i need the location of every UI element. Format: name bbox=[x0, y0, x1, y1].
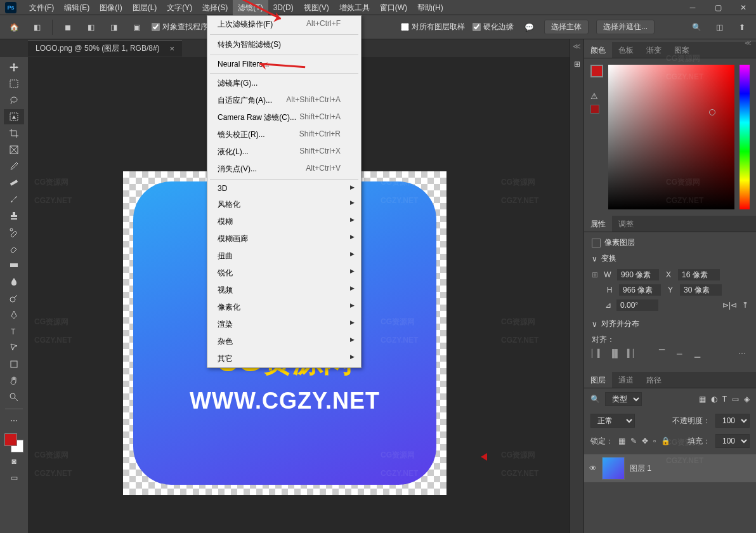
screen-mode-icon[interactable]: ▭ bbox=[4, 470, 24, 485]
hard-edge-check[interactable]: 硬化边缘 bbox=[472, 22, 514, 32]
filter-smart-icon[interactable]: ◈ bbox=[744, 395, 750, 404]
type-tool[interactable]: T bbox=[4, 324, 24, 339]
sample-all-check[interactable]: 对所有图层取样 bbox=[401, 22, 465, 32]
search-icon[interactable]: 🔍 bbox=[689, 20, 704, 35]
menu-item[interactable]: 杂色 bbox=[207, 333, 361, 350]
menu-11[interactable]: 帮助(H) bbox=[412, 0, 448, 15]
tool-preset-icon[interactable]: ◧ bbox=[29, 20, 44, 35]
close-tab-icon[interactable]: × bbox=[170, 44, 175, 53]
align-right-icon[interactable]: ▍▏ bbox=[627, 349, 637, 359]
close-button[interactable]: ✕ bbox=[731, 0, 756, 15]
layer-row[interactable]: 👁 图层 1 bbox=[584, 454, 756, 482]
tab-properties[interactable]: 属性 bbox=[584, 216, 612, 232]
color-field[interactable] bbox=[608, 65, 734, 209]
gradient-tool[interactable] bbox=[4, 258, 24, 273]
align-bottom-icon[interactable]: ▁ bbox=[694, 349, 705, 359]
y-input[interactable] bbox=[680, 284, 722, 296]
quick-mask-icon[interactable]: ◙ bbox=[4, 454, 24, 469]
opacity-input[interactable]: 100% bbox=[715, 414, 750, 428]
document-tab[interactable]: LOGO.png @ 50% (图层 1, RGB/8#) × bbox=[28, 40, 182, 56]
tab-patterns[interactable]: 图案 bbox=[668, 42, 696, 58]
zoom-tool[interactable] bbox=[4, 390, 24, 405]
menu-1[interactable]: 编辑(E) bbox=[59, 0, 94, 15]
path-tool[interactable] bbox=[4, 340, 24, 355]
visibility-icon[interactable]: 👁 bbox=[589, 464, 597, 473]
select-subject-button[interactable]: 选择主体 bbox=[544, 20, 589, 34]
menu-10[interactable]: 窗口(W) bbox=[375, 0, 412, 15]
menu-item[interactable]: 液化(L)...Shift+Ctrl+X bbox=[207, 143, 361, 161]
object-finder-check[interactable]: 对象查找程序 bbox=[152, 22, 208, 32]
menu-item[interactable]: 模糊 bbox=[207, 213, 361, 230]
lock-pixels-icon[interactable]: ▦ bbox=[618, 437, 625, 445]
align-left-icon[interactable]: ▏▍ bbox=[592, 349, 602, 359]
filter-pixel-icon[interactable]: ▦ bbox=[699, 395, 706, 404]
menu-9[interactable]: 增效工具 bbox=[334, 0, 375, 15]
height-input[interactable] bbox=[619, 284, 661, 296]
angle-input[interactable] bbox=[616, 299, 658, 311]
layer-thumbnail[interactable] bbox=[602, 457, 625, 480]
more-icon[interactable]: ⋯ bbox=[738, 349, 748, 359]
menu-5[interactable]: 选择(S) bbox=[197, 0, 233, 15]
menu-item[interactable]: 扭曲 bbox=[207, 247, 361, 265]
lock-pos-icon[interactable]: ✥ bbox=[642, 437, 648, 445]
dodge-tool[interactable] bbox=[4, 291, 24, 306]
fg-swatch[interactable] bbox=[590, 65, 603, 77]
menu-item[interactable]: 3D bbox=[207, 181, 361, 196]
lock-all-icon[interactable]: 🔒 bbox=[661, 437, 670, 445]
tab-layers[interactable]: 图层 bbox=[584, 372, 612, 388]
lock-paint-icon[interactable]: ✎ bbox=[630, 437, 637, 445]
warn-swatch[interactable] bbox=[590, 105, 599, 114]
color-swatches[interactable] bbox=[4, 433, 23, 452]
history-brush-tool[interactable] bbox=[4, 225, 24, 240]
tab-color[interactable]: 颜色 bbox=[584, 42, 612, 58]
filter-adjust-icon[interactable]: ◐ bbox=[711, 395, 717, 404]
kind-select[interactable]: 类型 bbox=[605, 392, 642, 406]
minimize-button[interactable]: ─ bbox=[680, 0, 705, 15]
eyedropper-tool[interactable] bbox=[4, 159, 24, 174]
menu-item[interactable]: 转换为智能滤镜(S) bbox=[207, 36, 361, 53]
menu-item[interactable]: 风格化 bbox=[207, 196, 361, 213]
menu-3[interactable]: 图层(L) bbox=[127, 0, 162, 15]
menu-item[interactable]: 模糊画廊 bbox=[207, 230, 361, 247]
tab-gradients[interactable]: 渐变 bbox=[640, 42, 668, 58]
x-input[interactable] bbox=[678, 269, 720, 280]
menu-item[interactable]: 视频 bbox=[207, 282, 361, 299]
menu-item[interactable]: 镜头校正(R)...Shift+Ctrl+R bbox=[207, 126, 361, 143]
healing-tool[interactable] bbox=[4, 175, 24, 190]
menu-item[interactable]: 像素化 bbox=[207, 299, 361, 316]
transform-title[interactable]: ∨ 变换 bbox=[592, 253, 748, 264]
menu-2[interactable]: 图像(I) bbox=[94, 0, 127, 15]
flip-v-icon[interactable]: ⤒ bbox=[742, 301, 748, 310]
blend-mode-select[interactable]: 正常 bbox=[590, 414, 635, 428]
frame-tool[interactable] bbox=[4, 142, 24, 157]
subtract-selection-icon[interactable]: ◨ bbox=[106, 20, 121, 35]
menu-item[interactable]: 锐化 bbox=[207, 265, 361, 282]
eraser-tool[interactable] bbox=[4, 241, 24, 256]
brush-tool[interactable] bbox=[4, 192, 24, 207]
menu-4[interactable]: 文字(Y) bbox=[162, 0, 197, 15]
pen-tool[interactable] bbox=[4, 307, 24, 322]
menu-item[interactable]: 自适应广角(A)...Alt+Shift+Ctrl+A bbox=[207, 92, 361, 109]
selection-icon[interactable]: ◼ bbox=[60, 20, 75, 35]
tab-adjustments[interactable]: 调整 bbox=[612, 216, 640, 232]
menu-item[interactable]: 其它 bbox=[207, 350, 361, 367]
hand-tool[interactable] bbox=[4, 373, 24, 388]
lock-artboard-icon[interactable]: ▫ bbox=[653, 437, 656, 445]
menu-0[interactable]: 文件(F) bbox=[24, 0, 59, 15]
move-tool[interactable] bbox=[4, 60, 24, 75]
menu-item[interactable]: 滤镜库(G)... bbox=[207, 75, 361, 92]
tab-paths[interactable]: 路径 bbox=[640, 372, 668, 388]
menu-8[interactable]: 视图(V) bbox=[299, 0, 334, 15]
menu-item[interactable]: 消失点(V)...Alt+Ctrl+V bbox=[207, 161, 361, 178]
crop-tool[interactable] bbox=[4, 126, 24, 141]
select-mask-button[interactable]: 选择并遮住... bbox=[596, 20, 655, 34]
intersect-selection-icon[interactable]: ▣ bbox=[129, 20, 144, 35]
filter-shape-icon[interactable]: ▭ bbox=[732, 395, 739, 404]
align-title[interactable]: ∨ 对齐并分布 bbox=[592, 319, 748, 329]
settings-icon[interactable]: 💬 bbox=[521, 20, 537, 35]
layer-name[interactable]: 图层 1 bbox=[630, 463, 651, 474]
workspace-icon[interactable]: ◫ bbox=[712, 20, 727, 35]
hue-slider[interactable] bbox=[740, 65, 750, 209]
collapsed-panel-bar[interactable]: ≪ ⊞ bbox=[570, 39, 583, 533]
add-selection-icon[interactable]: ◧ bbox=[83, 20, 98, 35]
